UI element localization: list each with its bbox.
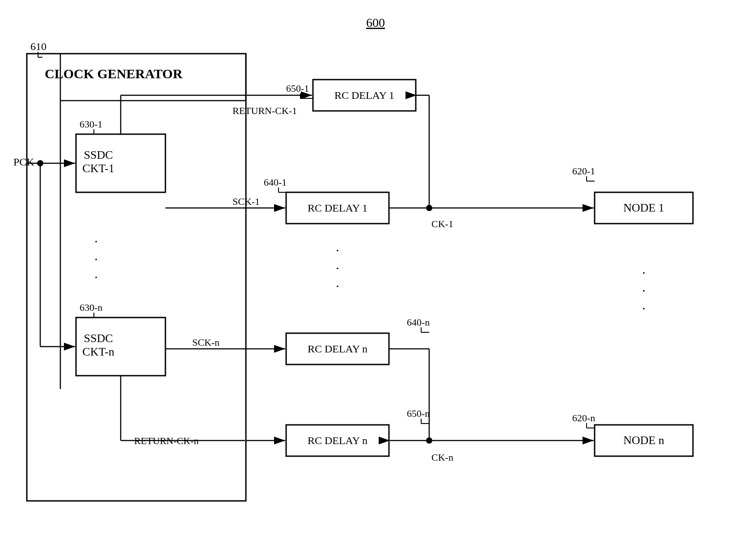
circuit-diagram: 600 CLOCK GENERATOR 610 630-1 SSDC CKT-1…: [0, 0, 756, 555]
ref-630-1: 630-1: [80, 119, 102, 130]
ref-640-1: 640-1: [264, 177, 287, 188]
node1-label: NODE 1: [623, 201, 664, 214]
clock-generator-label: CLOCK GENERATOR: [45, 66, 182, 81]
pck-label: PCK: [13, 156, 34, 168]
noden-label: NODE n: [623, 434, 664, 447]
ref-630-n: 630-n: [80, 302, 102, 313]
sck1-label: SCK-1: [232, 196, 260, 207]
diagram-svg: 600 CLOCK GENERATOR 610 630-1 SSDC CKT-1…: [0, 0, 756, 555]
dots-node1: ·: [642, 265, 646, 280]
ssdc-ckt1-label-line1: SSDC: [84, 148, 113, 161]
dots-rcdelay3: ·: [336, 279, 339, 293]
ssdc-cktn-label-line2: CKT-n: [82, 345, 114, 358]
dots-ssdc2: ·: [94, 252, 98, 267]
clock-generator-box: [27, 54, 246, 501]
ref-650-n: 650-n: [407, 408, 430, 419]
ckn-label: CK-n: [431, 452, 453, 463]
ref-640-n: 640-n: [407, 317, 430, 328]
dots-rcdelay1: ·: [336, 243, 339, 258]
dots-rcdelay2: ·: [336, 261, 339, 275]
return-ck1-label: RETURN-CK-1: [232, 105, 297, 116]
ssdc-ckt1-label-line2: CKT-1: [82, 162, 114, 175]
ck1-label: CK-1: [431, 218, 453, 229]
rc-delayn-fwd-label: RC DELAY n: [308, 343, 367, 355]
ssdc-cktn-label-line1: SSDC: [84, 332, 113, 345]
dots-node2: ·: [642, 283, 646, 298]
sckn-label: SCK-n: [192, 337, 220, 348]
rc-delay1-ret-label: RC DELAY 1: [334, 89, 394, 101]
ref-650-1: 650-1: [286, 83, 309, 94]
dots-ssdc3: ·: [94, 270, 98, 284]
ref-620-n: 620-n: [572, 412, 595, 424]
ref-620-1: 620-1: [572, 165, 595, 177]
ref-610: 610: [30, 41, 46, 52]
dots-node3: ·: [642, 301, 646, 316]
rc-delay1-fwd-label: RC DELAY 1: [308, 202, 367, 214]
rc-delayn-ret-label: RC DELAY n: [308, 435, 367, 446]
dots-ssdc: ·: [94, 234, 98, 249]
diagram-title: 600: [366, 16, 385, 30]
